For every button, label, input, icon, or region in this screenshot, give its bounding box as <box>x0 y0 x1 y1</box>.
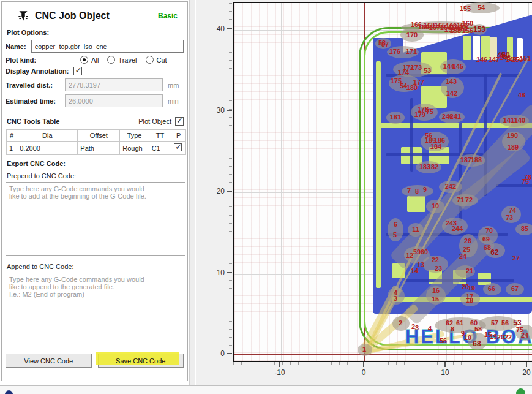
estimated-unit: min <box>168 97 179 105</box>
annotation-label: 241 <box>450 113 461 120</box>
annotation-label: 23 <box>435 265 442 272</box>
annotation-label: 171 <box>406 48 417 55</box>
plot-kind-all-label: All <box>91 56 99 64</box>
annotation-label: 58 <box>474 326 482 333</box>
save-cnc-code-button[interactable]: Save CNC Code <box>98 354 184 368</box>
cell-dia: 0.2000 <box>17 142 78 155</box>
annotation-label: 4 <box>394 290 397 297</box>
travelled-value-field <box>65 78 163 91</box>
annotation-label: 50 <box>501 52 509 59</box>
annotation-label: 73 <box>506 214 513 221</box>
annotation-label: 53 <box>424 67 431 74</box>
col-p: P <box>171 130 186 142</box>
annotation-label: 67 <box>511 286 519 292</box>
annotation-label: 179 <box>414 112 425 118</box>
plot-kind-all-radio[interactable]: All <box>80 56 99 64</box>
col-dia: Dia <box>17 130 78 142</box>
annotation-label: 7 <box>407 188 411 194</box>
annotation-label: 188 <box>471 157 482 164</box>
plot-object-checkbox[interactable] <box>175 117 184 126</box>
cell-tt: C1 <box>149 142 171 155</box>
display-annotation-checkbox[interactable] <box>73 67 82 75</box>
annotation-label: 3 <box>415 325 419 331</box>
cnc-job-icon <box>17 9 30 23</box>
col-type: Type <box>120 130 149 142</box>
annotation-label: 74 <box>509 207 516 214</box>
table-row[interactable]: 1 0.2000 Path Rough C1 <box>7 142 186 155</box>
annotation-label: 24 <box>459 253 466 260</box>
cell-offset: Path <box>78 142 120 155</box>
annotation-label: 1 <box>362 346 366 353</box>
annotation-label: 16 <box>432 287 440 294</box>
annotation-label: 181 <box>390 114 401 121</box>
annotation-label: 187 <box>460 157 471 164</box>
prepend-textarea[interactable] <box>6 182 185 256</box>
plot-kind-label: Plot kind: <box>6 56 36 64</box>
annotation-label: 70 <box>485 227 493 234</box>
plot-kind-travel-radio[interactable]: Travel <box>107 56 137 64</box>
board-layer: HELLO BOARD12234567891011125960131422231… <box>196 0 532 385</box>
annotation-label: 173 <box>411 64 422 71</box>
annotation-label: 141 <box>503 117 514 124</box>
plot-options-label: Plot Options: <box>7 29 184 36</box>
annotation-label: 75 <box>522 178 529 185</box>
travelled-label: Travelled dist.: <box>6 81 65 89</box>
cell-type: Rough <box>120 142 149 155</box>
annotation-label: 54 <box>478 4 485 11</box>
annotation-label: 5 <box>393 232 397 238</box>
annotation-label: 190 <box>507 132 518 139</box>
annotation-label: 85 <box>521 225 528 232</box>
annotation-label: 11 <box>412 226 419 233</box>
annotation-label: 143 <box>446 78 457 85</box>
plot-region: HELLO BOARD12234567891011125960131422231… <box>196 0 532 385</box>
travelled-unit: mm <box>168 81 179 89</box>
append-textarea[interactable] <box>6 273 185 347</box>
panel-splitter[interactable] <box>189 0 195 385</box>
annotation-label: 62 <box>490 249 498 256</box>
annotation-label: 9 <box>423 186 427 193</box>
y-axis-minor-ticks <box>229 2 232 362</box>
annotation-label: 18 <box>466 297 473 304</box>
annotation-label: 56 <box>440 338 447 344</box>
annotation-label: 57 <box>381 41 389 48</box>
estimated-row: Estimated time: min <box>6 94 184 107</box>
app-level-badge: Basic <box>158 12 178 20</box>
annotation-label: 27 <box>512 255 520 262</box>
annotation-label: 155 <box>460 6 471 12</box>
annotation-label: 8 <box>451 326 454 333</box>
radio-icon <box>107 56 115 64</box>
panel-title-row: CNC Job Object Basic <box>7 9 182 23</box>
annotation-label: 68 <box>473 341 481 347</box>
annotation-label: 8 <box>415 188 419 195</box>
cnc-tools-table: # Dia Offset Type TT P 1 0.2000 Path Rou… <box>6 129 186 155</box>
col-offset: Offset <box>78 130 120 142</box>
plot-kind-travel-label: Travel <box>118 56 137 64</box>
name-label: Name: <box>6 43 26 50</box>
annotation-label: 12 <box>406 252 413 259</box>
plot-object-label: Plot Object <box>138 118 171 125</box>
view-cnc-code-label: View CNC Code <box>24 357 73 365</box>
annotation-label: 182 <box>427 164 438 170</box>
prepend-label: Prepend to CNC Code: <box>7 172 184 180</box>
col-tt: TT <box>149 130 171 142</box>
annotation-label: 75 <box>426 108 433 115</box>
plot-kind-cut-label: Cut <box>157 56 167 64</box>
tool-plot-checkbox[interactable] <box>174 143 182 151</box>
annotation-label: 26 <box>464 238 471 244</box>
radio-icon <box>146 56 154 64</box>
plot-kind-cut-radio[interactable]: Cut <box>146 56 167 64</box>
col-num: # <box>7 130 17 142</box>
view-cnc-code-button[interactable]: View CNC Code <box>6 354 92 368</box>
travelled-row: Travelled dist.: mm <box>6 78 184 91</box>
plot-status-icon[interactable] <box>516 388 525 394</box>
x-axis-minor-ticks <box>233 362 532 365</box>
annotation-label: 57 <box>491 320 498 327</box>
annotation-label: 140 <box>514 117 525 124</box>
pad <box>376 61 381 288</box>
pad <box>407 196 425 212</box>
annotation-label: 71 <box>457 197 464 203</box>
annotation-label: 56 <box>501 320 509 327</box>
annotation-label: 10 <box>432 203 439 210</box>
estimated-label: Estimated time: <box>6 97 65 105</box>
name-input[interactable] <box>31 40 184 53</box>
